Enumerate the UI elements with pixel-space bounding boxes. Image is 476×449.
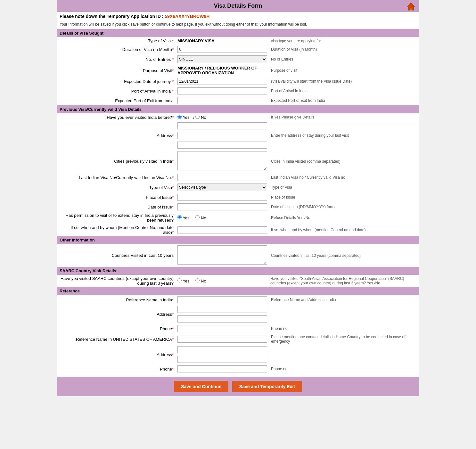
visited-no-radio[interactable] [195,115,200,119]
row-ref-phone-india: Phone* Phone no [57,324,419,333]
saarc-yes-label[interactable]: Yes [183,279,189,283]
last-visa-input[interactable] [177,174,267,181]
row-expected-date: Expected Date of journey * (Visa validit… [57,77,419,86]
expected-date-input[interactable] [177,78,267,85]
section-visa-details: Details of Visa Sought [57,29,419,37]
temp-id-line: Please note down the Temporary Applicati… [57,12,419,21]
section-saarc: SAARC Country Visit Details [57,267,419,275]
row-ref-name-india: Reference Name in India* Reference Name … [57,295,419,305]
save-continue-button[interactable]: Save and Continue [174,381,228,392]
section-other-info: Other Information [57,236,419,244]
home-icon[interactable] [406,2,416,12]
refused-yes-radio[interactable] [177,215,182,219]
row-date-issue: Date of Issue* Date of Issue in (DD/MM/Y… [57,202,419,212]
port-exit-input[interactable] [177,97,267,104]
section-previous-visa: Previous Visa/Currently valid Visa Detai… [57,105,419,113]
row-address-1: Address* Enter the address of stay durin… [57,121,419,131]
refused-no-label[interactable]: No [201,216,206,220]
saarc-no-label[interactable]: No [201,279,206,283]
row-place-issue: Place of Issue* Place of Issue [57,192,419,202]
row-ref-name-usa: Reference Name in UNITED STATES OF AMERI… [57,333,419,345]
row-countries-visited: Countries Visited in Last 10 years Count… [57,244,419,267]
countries-textarea[interactable] [177,245,267,265]
type-visa-select[interactable]: Select visa type TOURIST BUSINESS STUDEN… [177,184,267,191]
ref-phone-usa-input[interactable] [177,365,267,372]
row-duration: Duration of Visa (In Month)* Duration of… [57,45,419,54]
row-port-arrival: Port of Arrival in India * Port of Arriv… [57,86,419,96]
ref-name-usa-input[interactable] [177,336,267,343]
row-last-visa: Last Indian Visa No/Currently valid Indi… [57,173,419,182]
row-type-visa: Type of Visa* Select visa type TOURIST B… [57,182,419,192]
row-purpose: Purpose of Visit* MISSIONARY / RELIGIOUS… [57,64,419,77]
temp-id-value: 59X6AXX4YBRCW9H [165,14,209,19]
ref-address-india-input-1[interactable] [177,306,267,313]
visited-radio-group: Yes / No [177,115,209,120]
row-cities: Cities previously visited in India* Citi… [57,150,419,173]
saarc-radio-group: Yes No [177,279,209,283]
visited-yes-label[interactable]: Yes [177,115,191,120]
ref-phone-india-input[interactable] [177,325,267,332]
row-ref-address-india-1: Address* [57,305,419,314]
ref-address-india-input-2[interactable] [177,315,267,322]
refused-no-radio[interactable] [195,215,200,219]
section-reference: Reference [57,287,419,295]
row-entries: No. of Entries * SINGLE DOUBLE MULTIPLE … [57,54,419,64]
refused-yes-label[interactable]: Yes [183,216,189,220]
address-input-3[interactable] [177,142,267,149]
ref-name-india-input[interactable] [177,296,267,303]
row-ref-phone-usa: Phone* Phone no [57,364,419,374]
refused-radio-group: Yes No [177,216,209,220]
date-issue-input[interactable] [177,203,267,210]
row-refused-when: If so, when and by whom (Mention Control… [57,224,419,236]
save-exit-button[interactable]: Save and Temporarily Exit [232,381,302,392]
ref-address-usa-input-2[interactable] [177,356,267,363]
duration-input[interactable] [177,46,267,53]
row-type-of-visa: Type of Visa * MISSIONARY VISA visa type… [57,37,419,45]
page-header: Visa Details Form [57,0,419,12]
place-issue-input[interactable] [177,194,267,201]
info-line: Your Information will be saved if you cl… [57,21,419,29]
saarc-no-radio[interactable] [195,278,200,282]
visited-no-label[interactable]: No [195,115,206,120]
ref-address-usa-input-1[interactable] [177,346,267,353]
refused-when-input[interactable] [177,226,267,233]
page-title: Visa Details Form [214,3,262,9]
row-port-exit: Expected Port of Exit from India Expecte… [57,96,419,105]
address-input-1[interactable] [177,122,267,129]
saarc-yes-radio[interactable] [177,278,182,282]
port-arrival-input[interactable] [177,87,267,94]
row-refused: Has permission to visit or to extend sta… [57,212,419,224]
type-of-visa-value: MISSIONARY VISA [177,38,215,43]
entries-select[interactable]: SINGLE DOUBLE MULTIPLE [177,55,267,63]
visited-yes-radio[interactable] [177,115,182,119]
purpose-value: MISSIONARY / RELIGIOUS WORKER OF APPROVE… [177,66,257,75]
row-visited-india: Have you ever visited India before?* Yes… [57,113,419,121]
footer-bar: Save and Continue Save and Temporarily E… [57,377,419,396]
svg-marker-0 [407,3,415,10]
row-ref-address-usa-1: Address* [57,345,419,355]
row-saarc: Have you visited SAARC countries (except… [57,275,419,287]
cities-textarea[interactable] [177,151,267,170]
address-input-2[interactable] [177,132,267,139]
